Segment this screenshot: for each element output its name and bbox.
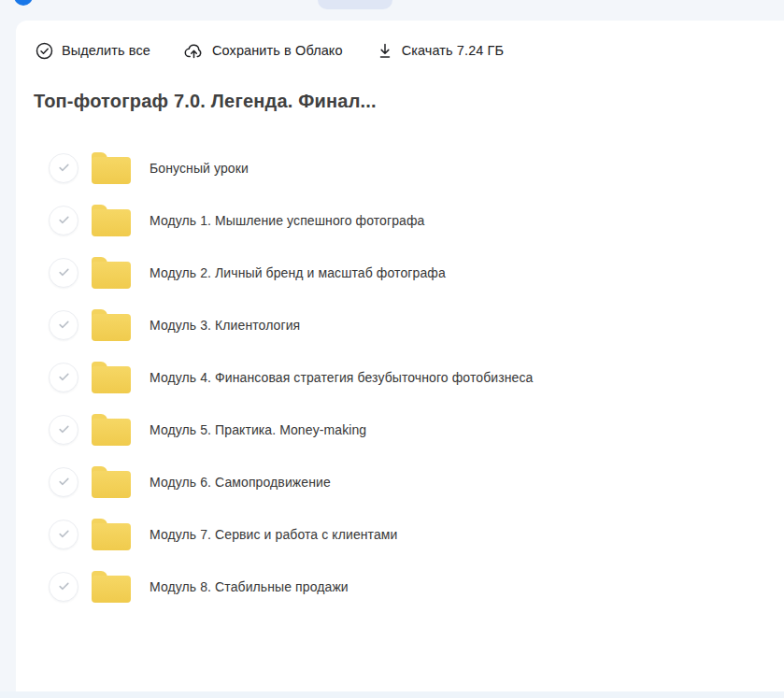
- folder-row[interactable]: Модуль 8. Стабильные продажи: [16, 561, 784, 613]
- cloud-upload-icon: [184, 42, 204, 60]
- folder-name[interactable]: Модуль 6. Самопродвижение: [150, 475, 331, 490]
- row-checkbox[interactable]: [49, 363, 78, 392]
- folder-name[interactable]: Модуль 4. Финансовая стратегия безубыточ…: [150, 370, 533, 385]
- check-icon: [58, 369, 70, 386]
- save-to-cloud-button[interactable]: Сохранить в Облако: [184, 42, 343, 60]
- download-icon: [377, 42, 393, 60]
- check-icon: [58, 474, 70, 491]
- folder-name[interactable]: Модуль 7. Сервис и работа с клиентами: [150, 527, 397, 542]
- toolbar: Выделить все Сохранить в Облако Скачать …: [16, 21, 784, 64]
- row-checkbox[interactable]: [49, 415, 78, 445]
- folder-icon: [92, 519, 131, 550]
- cloud-logo[interactable]: [14, 0, 33, 6]
- row-checkbox[interactable]: [49, 206, 78, 235]
- select-all-label: Выделить все: [62, 43, 150, 58]
- folder-icon: [92, 571, 131, 603]
- folder-icon: [92, 362, 131, 393]
- folder-name[interactable]: Модуль 3. Клиентология: [150, 318, 300, 333]
- page-title: Топ-фотограф 7.0. Легенда. Финал...: [34, 91, 784, 112]
- check-icon: [58, 526, 70, 543]
- folder-row[interactable]: Модуль 6. Самопродвижение: [16, 456, 784, 508]
- content-panel: Выделить все Сохранить в Облако Скачать …: [16, 21, 784, 698]
- download-label: Скачать 7.24 ГБ: [402, 43, 505, 58]
- download-button[interactable]: Скачать 7.24 ГБ: [377, 42, 505, 60]
- row-checkbox[interactable]: [49, 153, 78, 183]
- folder-row[interactable]: Модуль 3. Клиентология: [16, 299, 784, 351]
- select-all-button[interactable]: Выделить все: [36, 42, 150, 60]
- top-pill-button[interactable]: [318, 0, 392, 9]
- folder-row[interactable]: Модуль 1. Мышление успешного фотографа: [16, 194, 784, 247]
- folder-list: Бонусный уроки Модуль 1. Мышление успешн…: [16, 142, 784, 613]
- row-checkbox[interactable]: [49, 572, 78, 602]
- bottom-bar: [0, 691, 784, 698]
- folder-icon: [92, 466, 131, 498]
- folder-row[interactable]: Модуль 2. Личный бренд и масштаб фотогра…: [16, 247, 784, 299]
- folder-icon: [92, 152, 131, 184]
- check-icon: [58, 578, 70, 595]
- check-circle-icon: [36, 42, 53, 60]
- row-checkbox[interactable]: [49, 520, 78, 549]
- folder-name[interactable]: Модуль 8. Стабильные продажи: [150, 579, 349, 594]
- check-icon: [58, 317, 70, 334]
- folder-name[interactable]: Модуль 5. Практика. Money-making: [150, 422, 366, 437]
- folder-icon: [92, 257, 131, 289]
- check-icon: [58, 212, 70, 229]
- row-checkbox[interactable]: [49, 258, 78, 288]
- row-checkbox[interactable]: [49, 310, 78, 340]
- folder-icon: [92, 205, 131, 236]
- check-icon: [58, 264, 70, 281]
- save-to-cloud-label: Сохранить в Облако: [212, 43, 343, 58]
- row-checkbox[interactable]: [49, 467, 78, 497]
- folder-name[interactable]: Модуль 2. Личный бренд и масштаб фотогра…: [150, 265, 446, 280]
- folder-name[interactable]: Бонусный уроки: [150, 161, 249, 176]
- folder-row[interactable]: Модуль 4. Финансовая стратегия безубыточ…: [16, 351, 784, 404]
- folder-row[interactable]: Бонусный уроки: [16, 142, 784, 194]
- folder-icon: [92, 414, 131, 446]
- folder-name[interactable]: Модуль 1. Мышление успешного фотографа: [150, 213, 424, 228]
- check-icon: [58, 160, 70, 177]
- folder-icon: [92, 309, 131, 341]
- folder-row[interactable]: Модуль 7. Сервис и работа с клиентами: [16, 508, 784, 561]
- folder-row[interactable]: Модуль 5. Практика. Money-making: [16, 404, 784, 456]
- check-icon: [58, 421, 70, 438]
